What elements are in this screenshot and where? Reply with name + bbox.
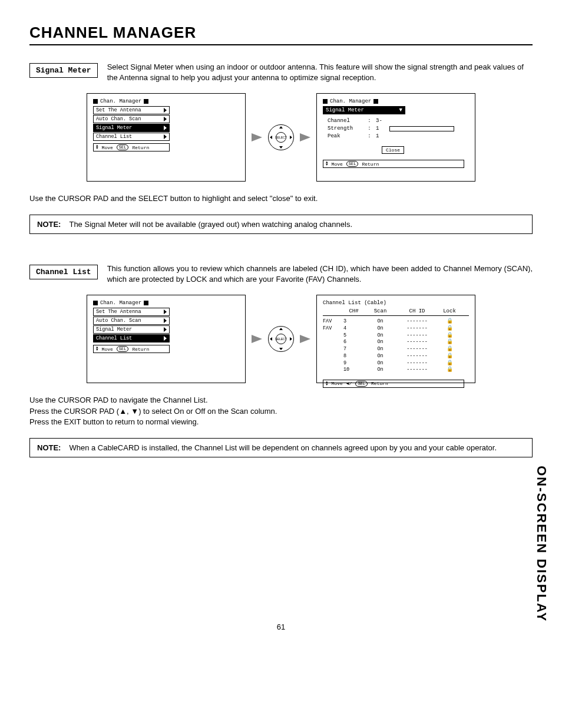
screen-footer: Move SELReturn <box>323 160 464 168</box>
menu-footer: Move SELReturn <box>93 143 170 151</box>
lock-icon: 🔒 <box>438 353 461 360</box>
menu-item[interactable]: Channel List <box>93 133 170 141</box>
note-text: When a CableCARD is installed, the Chann… <box>69 443 525 452</box>
note-label: NOTE: <box>37 443 61 452</box>
table-header: CH# Scan CH ID Lock <box>323 308 469 316</box>
signal-meter-screen: Chan. Manager Signal Meter▼ Channel:3- S… <box>316 93 475 182</box>
menu-item[interactable]: Set The Antenna <box>93 308 170 316</box>
menu-item[interactable]: Signal Meter <box>93 325 170 334</box>
peak-value: 1 <box>376 133 379 139</box>
table-row: 6On-------🔒 <box>323 339 469 346</box>
table-row: FAV4On-------🔒 <box>323 325 469 332</box>
arrow-icon <box>300 133 310 141</box>
note-text: The Signal Meter will not be available (… <box>69 220 525 229</box>
menu-title: Chan. Manager <box>100 98 141 104</box>
channel-value: 3- <box>376 118 382 124</box>
lock-icon: 🔒 <box>438 318 461 325</box>
menu-item[interactable]: Auto Chan. Scan <box>93 317 170 325</box>
channel-list-flow: Chan. Manager Set The AntennaAuto Chan. … <box>29 295 533 383</box>
side-label: ON-SCREEN DISPLAY <box>534 466 549 622</box>
page-number: 61 <box>29 622 533 631</box>
menu-item[interactable]: Set The Antenna <box>93 106 170 114</box>
strength-bar <box>389 126 454 131</box>
lock-icon: 🔒 <box>438 367 461 374</box>
table-row: 5On-------🔒 <box>323 332 469 340</box>
menu-item[interactable]: Auto Chan. Scan <box>93 115 170 123</box>
instruction-text: Use the CURSOR PAD and the SELECT button… <box>29 193 533 204</box>
table-row: 10On-------🔒 <box>323 367 469 374</box>
strength-value: 1 <box>376 126 379 131</box>
arrow-icon <box>252 335 262 343</box>
menu-screen: Chan. Manager Set The AntennaAuto Chan. … <box>87 93 246 182</box>
menu-item[interactable]: Signal Meter <box>93 124 170 132</box>
table-row: 9On-------🔒 <box>323 360 469 367</box>
note-box: NOTE: The Signal Meter will not be avail… <box>29 215 533 234</box>
arrow-icon <box>300 335 310 343</box>
dpad-icon: SELECT <box>268 124 294 150</box>
signal-meter-flow: Chan. Manager Set The AntennaAuto Chan. … <box>29 93 533 182</box>
channel-list-desc: This function allows you to review which… <box>107 263 533 284</box>
screen-title: Channel List (Cable) <box>323 300 386 306</box>
dpad-icon: SELECT <box>268 326 294 352</box>
lock-icon: 🔒 <box>438 360 461 367</box>
screen-footer: Move ◄/SELReturn <box>323 380 464 388</box>
lock-icon: 🔒 <box>438 339 461 346</box>
channel-list-screen: Channel List (Cable) CH# Scan CH ID Lock… <box>316 295 475 383</box>
lock-icon: 🔒 <box>438 325 461 332</box>
menu-footer: Move SELReturn <box>93 345 170 353</box>
note-box: NOTE: When a CableCARD is installed, the… <box>29 438 533 457</box>
channel-list-label: Channel List <box>29 265 98 279</box>
menu-item[interactable]: Channel List <box>93 334 170 342</box>
close-button[interactable]: Close <box>382 146 404 154</box>
submenu-label: Signal Meter <box>326 107 364 113</box>
arrow-icon <box>252 133 262 141</box>
instruction-block: Use the CURSOR PAD to navigate the Chann… <box>29 395 533 427</box>
note-label: NOTE: <box>37 220 61 229</box>
table-row: 7On-------🔒 <box>323 346 469 353</box>
menu-screen: Chan. Manager Set The AntennaAuto Chan. … <box>87 295 246 383</box>
screen-title: Chan. Manager <box>330 98 371 104</box>
menu-title: Chan. Manager <box>100 300 141 306</box>
page-title: CHANNEL MANAGER <box>29 24 533 45</box>
lock-icon: 🔒 <box>438 332 461 340</box>
table-row: FAV3On-------🔒 <box>323 318 469 325</box>
table-row: 8On-------🔒 <box>323 353 469 360</box>
signal-meter-label: Signal Meter <box>29 63 98 78</box>
signal-meter-desc: Select Signal Meter when using an indoor… <box>107 62 533 83</box>
lock-icon: 🔒 <box>438 346 461 353</box>
